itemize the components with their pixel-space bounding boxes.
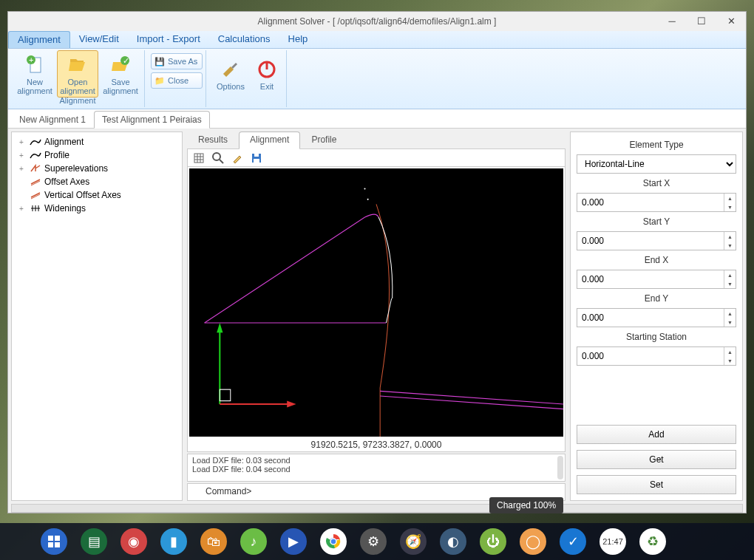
element-type-select[interactable]: Horizontal-Line xyxy=(577,154,736,174)
tree-superelevations[interactable]: +Superelevations xyxy=(15,162,179,175)
circle-app-icon[interactable]: ◯ xyxy=(520,528,546,555)
ribbon-group-alignment: + New alignment Open alignment ✓ Save al… xyxy=(11,50,145,107)
svg-rect-35 xyxy=(55,542,60,547)
ribbon-group-file: 💾Save As 📁Close xyxy=(148,50,206,107)
close-button[interactable]: ✕ xyxy=(716,12,746,30)
zoom-tool-icon[interactable] xyxy=(211,151,225,165)
chrome-icon[interactable] xyxy=(320,528,347,555)
tab-profile-view[interactable]: Profile xyxy=(300,132,347,148)
app-icon[interactable]: ◐ xyxy=(440,528,466,555)
svg-rect-11 xyxy=(194,154,203,163)
trash-icon[interactable]: ♻ xyxy=(639,528,666,555)
tree-offset-axes[interactable]: +Offset Axes xyxy=(15,175,179,188)
close-file-button[interactable]: 📁Close xyxy=(151,72,203,89)
window-title: Alignment Solver - [ /opt/iqsoft/align64… xyxy=(258,16,497,27)
menu-alignment[interactable]: Alignment xyxy=(8,31,70,48)
log-scrollbar[interactable] xyxy=(557,456,563,479)
alignment-canvas[interactable] xyxy=(189,168,563,437)
end-x-label: End X xyxy=(577,253,736,267)
start-y-input[interactable]: 0.000▲▼ xyxy=(577,231,736,250)
new-document-icon: + xyxy=(24,54,46,76)
disk-icon: 💾 xyxy=(154,57,165,66)
save-alignment-button[interactable]: ✓ Save alignment xyxy=(100,50,141,98)
files-icon[interactable]: ▤ xyxy=(81,528,107,555)
tools-icon xyxy=(220,58,242,81)
get-button[interactable]: Get xyxy=(577,450,736,469)
spin-up-icon[interactable]: ▲ xyxy=(724,309,736,318)
red-app-icon[interactable]: ◉ xyxy=(120,528,147,555)
end-x-input[interactable]: 0.000▲▼ xyxy=(577,270,736,289)
new-alignment-button[interactable]: + New alignment xyxy=(14,50,55,98)
tab-test-alignment-1[interactable]: Test Alignment 1 Peiraias xyxy=(94,111,210,129)
exit-button[interactable]: Exit xyxy=(251,50,283,98)
blue-app-icon[interactable]: ▮ xyxy=(160,528,187,555)
svg-rect-29 xyxy=(220,389,230,400)
tab-results[interactable]: Results xyxy=(187,132,239,148)
spin-up-icon[interactable]: ▲ xyxy=(724,194,736,202)
start-menu-icon[interactable] xyxy=(41,528,67,555)
tree-alignment[interactable]: +Alignment xyxy=(15,135,179,148)
screenshot-icon[interactable]: ✓ xyxy=(560,528,586,555)
music-icon[interactable]: ♪ xyxy=(240,528,267,555)
pencil-tool-icon[interactable] xyxy=(231,151,244,165)
save-as-button[interactable]: 💾Save As xyxy=(151,53,203,69)
widening-icon xyxy=(30,203,41,214)
properties-panel: Element Type Horizontal-Line Start X 0.0… xyxy=(570,132,743,501)
end-y-label: End Y xyxy=(577,292,736,305)
spin-up-icon[interactable]: ▲ xyxy=(724,270,736,279)
app-window: Alignment Solver - [ /opt/iqsoft/align64… xyxy=(7,11,747,513)
log-line: Load DXF file: 0.03 second xyxy=(192,456,560,465)
svg-rect-20 xyxy=(254,154,259,157)
maximize-button[interactable]: ☐ xyxy=(687,12,716,30)
ribbon-group-options: Options Exit xyxy=(209,50,287,107)
tree-vertical-offset-axes[interactable]: +Vertical Offset Axes xyxy=(15,188,179,202)
alignment-icon xyxy=(30,137,41,147)
tab-alignment-view[interactable]: Alignment xyxy=(239,132,300,149)
starting-station-input[interactable]: 0.000▲▼ xyxy=(577,346,736,366)
add-button[interactable]: Add xyxy=(577,425,736,444)
grid-tool-icon[interactable] xyxy=(192,151,206,165)
ribbon: + New alignment Open alignment ✓ Save al… xyxy=(8,49,746,109)
spin-down-icon[interactable]: ▼ xyxy=(724,279,736,288)
spin-up-icon[interactable]: ▲ xyxy=(724,232,736,241)
options-button[interactable]: Options xyxy=(212,50,249,98)
spin-down-icon[interactable]: ▼ xyxy=(724,241,736,250)
spin-up-icon[interactable]: ▲ xyxy=(724,347,736,356)
element-type-label: Element Type xyxy=(577,138,736,151)
spin-down-icon[interactable]: ▼ xyxy=(724,318,736,327)
menu-calculations[interactable]: Calculations xyxy=(209,31,279,48)
svg-rect-19 xyxy=(254,159,259,163)
svg-point-30 xyxy=(364,188,365,189)
menu-import-export[interactable]: Import - Export xyxy=(128,31,209,48)
power-taskbar-icon[interactable]: ⏻ xyxy=(480,528,506,555)
tree-panel: +Alignment +Profile +Superelevations +Of… xyxy=(11,132,183,501)
offset-icon xyxy=(30,177,41,187)
video-icon[interactable]: ▶ xyxy=(280,528,307,555)
svg-marker-28 xyxy=(287,401,296,408)
spin-down-icon[interactable]: ▼ xyxy=(724,202,736,211)
end-y-input[interactable]: 0.000▲▼ xyxy=(577,308,736,327)
settings-icon[interactable]: ⚙ xyxy=(360,528,387,555)
minimize-button[interactable]: ─ xyxy=(657,12,687,30)
clock-widget[interactable]: 21:47 xyxy=(600,528,626,555)
horizontal-scrollbar[interactable] xyxy=(11,504,743,513)
tab-new-alignment-1[interactable]: New Alignment 1 xyxy=(11,111,94,128)
power-icon xyxy=(256,58,278,81)
svg-text:+: + xyxy=(29,55,33,64)
start-y-label: Start Y xyxy=(577,215,736,228)
save-tool-icon[interactable] xyxy=(250,151,263,165)
set-button[interactable]: Set xyxy=(577,475,736,494)
coordinate-readout: 91920.5215, 97233.3827, 0.0000 xyxy=(188,438,565,451)
spin-down-icon[interactable]: ▼ xyxy=(724,356,736,365)
compass-icon[interactable]: 🧭 xyxy=(400,528,427,555)
open-folder-icon xyxy=(67,54,89,76)
tree-widenings[interactable]: +Widenings xyxy=(15,202,179,215)
svg-marker-26 xyxy=(217,323,223,332)
tree-profile[interactable]: +Profile xyxy=(15,148,179,162)
store-icon[interactable]: 🛍 xyxy=(200,528,227,555)
start-x-input[interactable]: 0.000▲▼ xyxy=(577,193,736,212)
menu-help[interactable]: Help xyxy=(279,31,317,48)
open-alignment-button[interactable]: Open alignment xyxy=(57,50,98,98)
ribbon-group-label: Alignment xyxy=(14,96,141,105)
menu-view-edit[interactable]: View/Edit xyxy=(70,31,128,48)
